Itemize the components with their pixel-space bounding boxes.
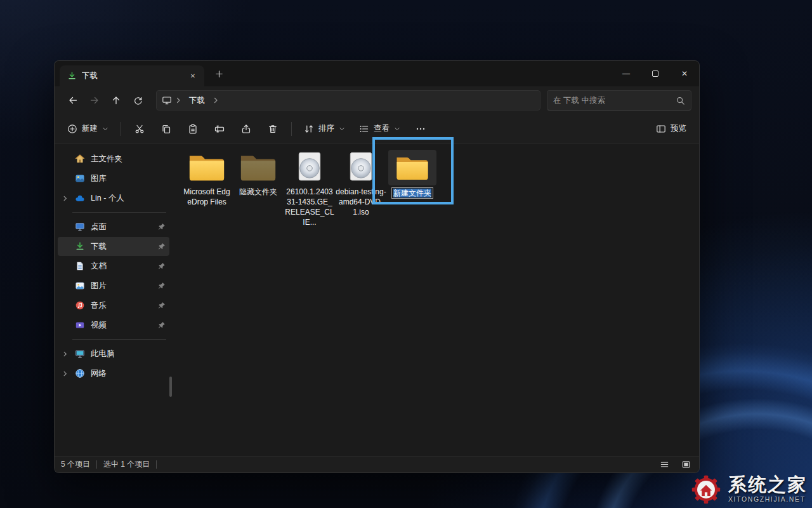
sort-button[interactable]: 排序 xyxy=(298,118,351,140)
delete-button[interactable] xyxy=(260,118,285,140)
main-area: 主文件夹 图库 Lin - 个人 xyxy=(55,144,699,456)
sidebar-item-label: 图片 xyxy=(91,281,152,291)
sidebar-item-label: 桌面 xyxy=(91,222,152,232)
chevron-down-icon xyxy=(339,126,345,132)
toolbar-divider xyxy=(291,122,292,136)
music-icon xyxy=(75,300,85,311)
pin-icon xyxy=(157,262,166,271)
disc-image-icon xyxy=(337,150,385,185)
desktop-icon xyxy=(75,222,85,232)
minimize-button[interactable]: — xyxy=(612,61,641,86)
sidebar-item-gallery[interactable]: 图库 xyxy=(58,169,169,188)
file-tile-new-folder[interactable]: 新建文件夹 xyxy=(387,147,438,199)
window-controls: — ✕ xyxy=(612,61,699,86)
sidebar-item-pictures[interactable]: 图片 xyxy=(58,276,169,295)
documents-icon xyxy=(75,261,85,271)
more-options-button[interactable] xyxy=(408,118,433,140)
statusbar-view-toggles xyxy=(657,458,693,471)
home-icon xyxy=(75,154,85,164)
preview-button-label: 预览 xyxy=(671,123,686,134)
file-list: Microsoft EdgeDrop Files 隐藏文件夹 26100.1.2… xyxy=(173,144,699,456)
toolbar-divider xyxy=(121,122,121,136)
chevron-right-icon[interactable] xyxy=(212,97,219,104)
paste-button[interactable] xyxy=(180,118,206,140)
folder-icon xyxy=(183,150,231,185)
file-tile-iso[interactable]: debian-testing-amd64-DVD-1.iso xyxy=(336,147,386,217)
sidebar-item-videos[interactable]: 视频 xyxy=(58,316,169,335)
refresh-button[interactable] xyxy=(127,90,148,110)
gallery-icon xyxy=(75,173,85,184)
onedrive-icon xyxy=(75,193,85,203)
file-tile-folder[interactable]: Microsoft EdgeDrop Files xyxy=(181,147,232,207)
back-button[interactable] xyxy=(62,90,84,110)
details-view-button[interactable] xyxy=(657,458,671,471)
sort-button-label: 排序 xyxy=(318,123,334,134)
watermark-text: 系统之家 XITONGZHIJIA.NET xyxy=(728,475,807,503)
file-tile-iso[interactable]: 26100.1.240331-1435.GE_RELEASE_CLIE... xyxy=(284,147,335,227)
preview-button[interactable]: 预览 xyxy=(650,118,693,140)
close-button[interactable]: ✕ xyxy=(670,61,699,86)
status-bar: 5 个项目 选中 1 个项目 xyxy=(55,456,699,472)
navigation-bar: 下载 xyxy=(55,86,699,114)
pin-icon xyxy=(157,321,166,330)
sidebar-item-documents[interactable]: 文档 xyxy=(58,257,169,276)
pictures-icon xyxy=(75,281,85,291)
sidebar-scrollbar-thumb[interactable] xyxy=(169,377,172,397)
rename-button[interactable] xyxy=(207,118,232,140)
sort-icon xyxy=(304,124,314,134)
tab-close-button[interactable]: ✕ xyxy=(187,70,199,83)
sidebar-item-label: 下载 xyxy=(91,241,152,252)
chevron-down-icon xyxy=(102,126,108,132)
watermark-logo-icon xyxy=(690,472,723,505)
breadcrumb-bar[interactable]: 下载 xyxy=(156,90,540,110)
watermark: 系统之家 XITONGZHIJIA.NET xyxy=(690,472,807,505)
sidebar-item-network[interactable]: 网络 xyxy=(58,364,169,383)
command-bar: 新建 排序 xyxy=(55,114,699,144)
disc-image-icon xyxy=(285,150,334,185)
forward-button[interactable] xyxy=(84,90,105,110)
file-tile-hidden-folder[interactable]: 隐藏文件夹 xyxy=(233,147,284,197)
cut-button[interactable] xyxy=(127,118,152,140)
new-tab-button[interactable] xyxy=(211,65,227,82)
sidebar-item-onedrive[interactable]: Lin - 个人 xyxy=(58,189,169,208)
sidebar-item-home[interactable]: 主文件夹 xyxy=(58,149,169,168)
statusbar-separator xyxy=(96,460,97,469)
new-button[interactable]: 新建 xyxy=(61,118,115,140)
this-pc-icon xyxy=(162,95,172,105)
tab-title: 下载 xyxy=(82,70,181,81)
chevron-right-icon[interactable] xyxy=(60,195,69,202)
search-input[interactable] xyxy=(553,96,672,105)
statusbar-separator xyxy=(156,460,157,469)
chevron-down-icon xyxy=(394,126,400,132)
videos-icon xyxy=(75,320,85,330)
sidebar-item-label: 主文件夹 xyxy=(91,154,166,164)
chevron-right-icon[interactable] xyxy=(60,351,69,358)
sidebar-item-desktop[interactable]: 桌面 xyxy=(58,217,169,236)
chevron-right-icon[interactable] xyxy=(60,370,69,377)
sidebar-item-music[interactable]: 音乐 xyxy=(58,296,169,315)
maximize-button[interactable] xyxy=(641,61,670,86)
pin-icon xyxy=(157,302,166,310)
breadcrumb-downloads[interactable]: 下载 xyxy=(185,93,209,108)
pin-icon xyxy=(157,243,166,251)
share-button[interactable] xyxy=(233,118,259,140)
preview-pane-icon xyxy=(656,124,666,134)
sidebar-item-label: Lin - 个人 xyxy=(91,193,166,204)
up-button[interactable] xyxy=(105,90,127,110)
view-button[interactable]: 查看 xyxy=(353,118,407,140)
large-icons-view-button[interactable] xyxy=(679,458,693,471)
watermark-site: XITONGZHIJIA.NET xyxy=(728,496,807,503)
tab-downloads[interactable]: 下载 ✕ xyxy=(60,65,204,86)
sidebar-item-label: 音乐 xyxy=(91,300,152,311)
file-name: Microsoft EdgeDrop Files xyxy=(181,187,232,207)
sidebar-item-downloads[interactable]: 下载 xyxy=(58,237,169,256)
view-button-label: 查看 xyxy=(374,123,390,134)
rename-input[interactable]: 新建文件夹 xyxy=(391,187,433,199)
view-icon xyxy=(359,124,369,134)
chevron-right-icon[interactable] xyxy=(174,97,182,104)
maximize-icon xyxy=(652,70,658,77)
sidebar: 主文件夹 图库 Lin - 个人 xyxy=(55,144,173,456)
sidebar-item-this-pc[interactable]: 此电脑 xyxy=(58,344,169,363)
circle-plus-icon xyxy=(67,124,77,134)
copy-button[interactable] xyxy=(154,118,179,140)
